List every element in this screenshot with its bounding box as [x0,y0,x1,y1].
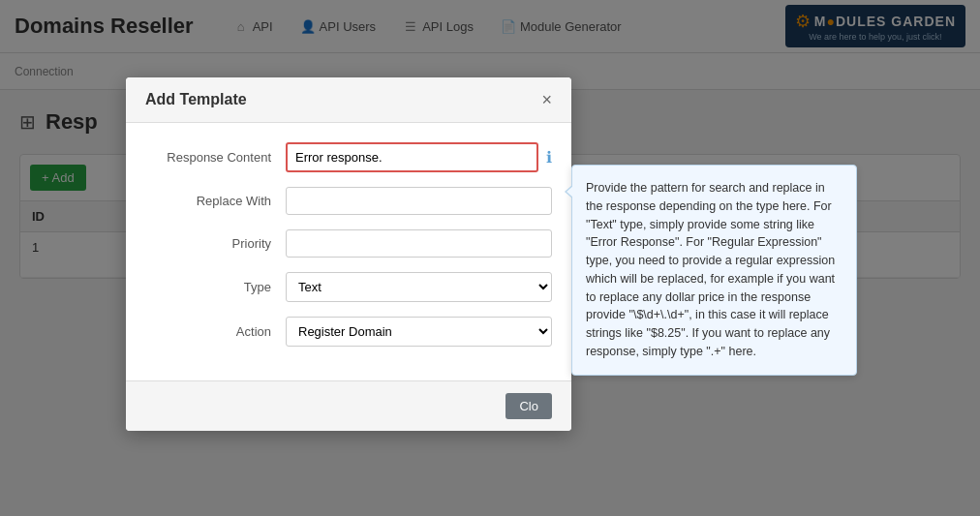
label-replace-with: Replace With [145,194,271,208]
modal-body: Response Content ℹ Replace With Priority… [126,123,571,298]
label-priority: Priority [145,236,271,251]
popover-text: Provide the pattern for search and repla… [586,181,835,298]
info-popover: Provide the pattern for search and repla… [571,165,857,298]
label-type: Type [145,280,271,294]
modal-overlay: Add Template × Response Content ℹ Replac… [0,0,980,298]
field-type: Type Text Regular Expression [145,272,552,298]
field-response-content: Response Content ℹ [145,142,552,172]
select-type[interactable]: Text Regular Expression [286,272,552,298]
field-replace-with: Replace With [145,187,552,215]
field-priority: Priority [145,229,552,258]
label-response-content: Response Content [145,150,271,165]
modal-close-button[interactable]: × [541,91,552,108]
input-priority[interactable] [286,229,552,258]
add-template-modal: Add Template × Response Content ℹ Replac… [126,77,571,298]
input-response-content[interactable] [286,142,538,172]
modal-title: Add Template [145,91,247,108]
info-icon[interactable]: ℹ [546,148,552,167]
input-replace-with[interactable] [286,187,552,215]
modal-header: Add Template × [126,77,571,123]
